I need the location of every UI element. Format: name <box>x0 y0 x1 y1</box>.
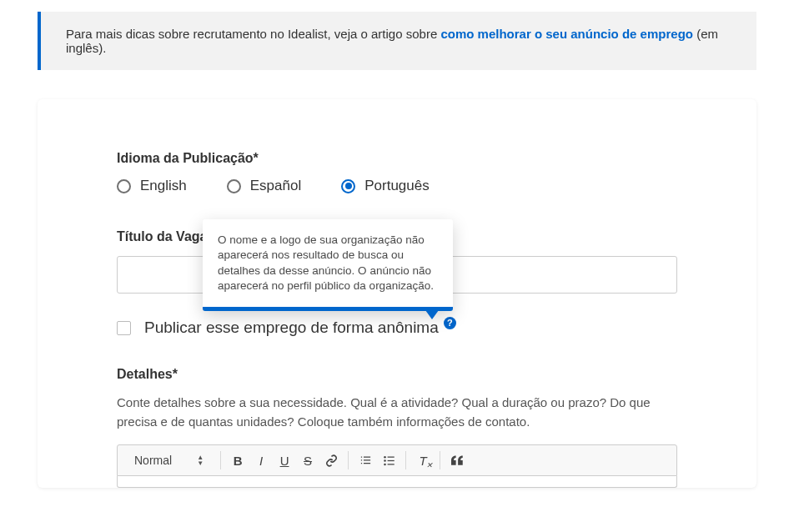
radio-label: Português <box>364 178 430 194</box>
toolbar-divider <box>348 451 349 469</box>
radio-english[interactable]: English <box>117 178 187 194</box>
form-card: Idioma da Publicação* English Español Po… <box>38 99 756 488</box>
details-help-text: Conte detalhes sobre a sua necessidade. … <box>117 394 677 431</box>
unordered-list-icon <box>383 454 395 467</box>
radio-label: English <box>140 178 187 194</box>
ordered-list-icon <box>359 454 372 467</box>
editor-toolbar: Normal ▲▼ B I U S T✕ <box>117 444 677 476</box>
quote-icon <box>451 455 464 465</box>
radio-icon <box>227 179 241 193</box>
editor-content[interactable] <box>117 476 677 488</box>
underline-button[interactable]: U <box>273 449 296 472</box>
radio-label: Español <box>250 178 301 194</box>
help-icon[interactable]: ? <box>444 317 456 329</box>
svg-rect-4 <box>387 459 394 460</box>
style-dropdown-label: Normal <box>134 454 172 467</box>
toolbar-divider <box>440 451 440 469</box>
svg-rect-5 <box>387 464 394 464</box>
radio-icon <box>117 179 131 193</box>
italic-button[interactable]: I <box>249 449 273 472</box>
svg-point-0 <box>384 455 386 458</box>
language-label: Idioma da Publicação* <box>117 151 677 166</box>
chevron-updown-icon: ▲▼ <box>197 454 204 466</box>
clear-format-button[interactable]: T✕ <box>411 449 435 472</box>
svg-rect-3 <box>387 456 394 457</box>
anonymous-tooltip: O nome e a logo de sua organização não a… <box>203 219 453 311</box>
link-button[interactable] <box>319 449 343 472</box>
ordered-list-button[interactable] <box>354 449 377 472</box>
anonymous-row: O nome e a logo de sua organização não a… <box>117 319 677 337</box>
radio-espanol[interactable]: Español <box>227 178 301 194</box>
tip-text-pre: Para mais dicas sobre recrutamento no Id… <box>66 27 440 41</box>
tip-link[interactable]: como melhorar o seu anúncio de emprego <box>440 27 693 41</box>
toolbar-divider <box>220 451 221 469</box>
radio-icon <box>341 179 355 193</box>
style-dropdown[interactable]: Normal ▲▼ <box>123 445 215 475</box>
link-icon <box>325 454 338 467</box>
radio-portugues[interactable]: Português <box>341 178 430 194</box>
svg-point-1 <box>384 459 386 462</box>
anonymous-checkbox[interactable] <box>117 321 131 335</box>
bold-button[interactable]: B <box>226 449 249 472</box>
blockquote-button[interactable] <box>445 449 469 472</box>
tip-banner: Para mais dicas sobre recrutamento no Id… <box>38 12 756 70</box>
unordered-list-button[interactable] <box>377 449 400 472</box>
toolbar-divider <box>405 451 406 469</box>
details-label: Detalhes* <box>117 367 677 382</box>
svg-point-2 <box>384 463 386 465</box>
language-radio-group: English Español Português <box>117 178 677 194</box>
strikethrough-button[interactable]: S <box>296 449 319 472</box>
anonymous-label: Publicar esse emprego de forma anônima <box>144 319 439 337</box>
